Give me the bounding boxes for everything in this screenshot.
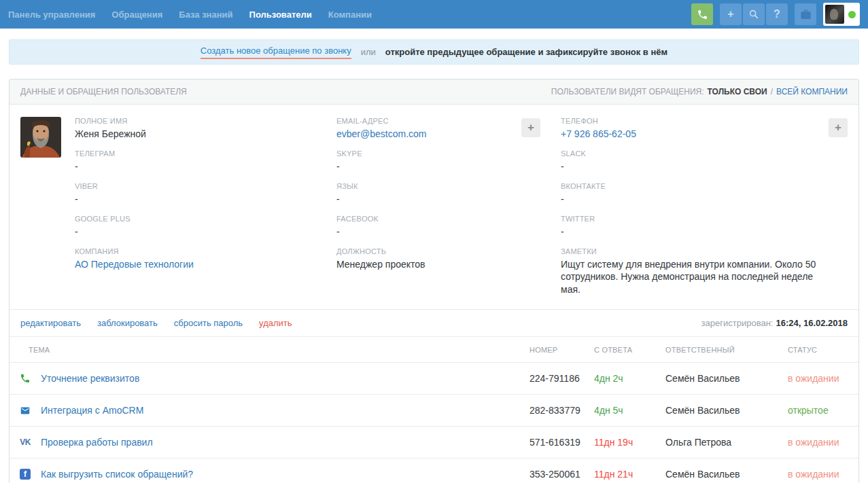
vkontakte-label: ВКОНТАКТЕ bbox=[561, 182, 819, 190]
notes-label: ЗАМЕТКИ bbox=[561, 247, 819, 255]
profile-column-1: ПОЛНОЕ ИМЯЖеня Бережной ТЕЛЕГРАМ- VIBER-… bbox=[75, 117, 336, 305]
ticket-status: открытое bbox=[782, 395, 858, 427]
nav-menu: Панель управления Обращения База знаний … bbox=[8, 10, 372, 20]
skype-label: SKYPE bbox=[336, 149, 521, 158]
ticket-row[interactable]: Интеграция с AmoCRM 282-833779 4дн 5ч Се… bbox=[10, 395, 858, 427]
nav-item-knowledge-base[interactable]: База знаний bbox=[179, 10, 232, 20]
header-assignee: ОТВЕТСТВЕННЫЙ bbox=[660, 337, 782, 363]
ticket-number: 571-616319 bbox=[524, 427, 589, 459]
search-button[interactable] bbox=[743, 3, 765, 25]
full-name-label: ПОЛНОЕ ИМЯ bbox=[75, 117, 336, 125]
viber-label: VIBER bbox=[75, 182, 336, 190]
viber-value: - bbox=[75, 193, 336, 206]
search-icon bbox=[748, 9, 759, 20]
open-previous-ticket-text: откройте предыдущее обращение и зафиксир… bbox=[385, 47, 667, 57]
phone-call-button[interactable] bbox=[691, 3, 713, 25]
ticket-subject-link[interactable]: Интеграция с AmoCRM bbox=[41, 405, 143, 416]
ticket-assignee: Семён Васильев bbox=[660, 363, 782, 395]
header-since-reply: С ОТВЕТА bbox=[589, 337, 660, 363]
create-ticket-from-call-link[interactable]: Создать новое обращение по звонку bbox=[201, 46, 351, 59]
visibility-all-company-link[interactable]: ВСЕЙ КОМПАНИИ bbox=[776, 87, 848, 96]
add-contact-field-button[interactable]: + bbox=[521, 118, 540, 137]
language-value: - bbox=[336, 193, 521, 206]
user-actions-bar: редактировать заблокировать сбросить пар… bbox=[10, 309, 858, 336]
tickets-header-row: ТЕМА НОМЕР С ОТВЕТА ОТВЕТСТВЕННЫЙ СТАТУС bbox=[10, 337, 858, 363]
ticket-subject-link[interactable]: Проверка работы правил bbox=[41, 437, 153, 448]
toolbar-button-group: + ? bbox=[720, 3, 788, 25]
delete-user-link[interactable]: удалить bbox=[259, 318, 292, 328]
profile-column-2: EMAIL-АДРЕСevber@bestcom.com SKYPE- ЯЗЫК… bbox=[336, 117, 521, 305]
header-subject: ТЕМА bbox=[10, 337, 524, 363]
company-label: КОМПАНИЯ bbox=[75, 247, 336, 255]
telegram-label: ТЕЛЕГРАМ bbox=[75, 149, 336, 158]
or-text: или bbox=[361, 47, 376, 57]
user-data-card: ДАННЫЕ И ОБРАЩЕНИЯ ПОЛЬЗОВАТЕЛЯ ПОЛЬЗОВА… bbox=[9, 79, 859, 483]
facebook-channel-icon: f bbox=[19, 468, 31, 480]
card-header: ДАННЫЕ И ОБРАЩЕНИЯ ПОЛЬЗОВАТЕЛЯ ПОЛЬЗОВА… bbox=[10, 79, 858, 105]
ticket-since-reply: 11дн 19ч bbox=[589, 427, 660, 459]
briefcase-icon bbox=[800, 9, 812, 20]
tickets-table: ТЕМА НОМЕР С ОТВЕТА ОТВЕТСТВЕННЫЙ СТАТУС… bbox=[10, 336, 858, 483]
email-link[interactable]: evber@bestcom.com bbox=[336, 128, 521, 141]
language-label: ЯЗЫК bbox=[336, 182, 521, 190]
top-navbar: Панель управления Обращения База знаний … bbox=[0, 0, 868, 29]
edit-user-link[interactable]: редактировать bbox=[20, 318, 81, 328]
ticket-row[interactable]: Уточнение реквизитов 224-791186 4дн 2ч С… bbox=[10, 363, 858, 395]
phone-icon bbox=[697, 9, 708, 20]
ticket-number: 282-833779 bbox=[524, 395, 589, 427]
help-button[interactable]: ? bbox=[766, 3, 788, 25]
visibility-label: ПОЛЬЗОВАТЕЛИ ВИДЯТ ОБРАЩЕНИЯ: bbox=[551, 87, 704, 96]
visibility-setting: ПОЛЬЗОВАТЕЛИ ВИДЯТ ОБРАЩЕНИЯ: ТОЛЬКО СВО… bbox=[551, 87, 848, 96]
ticket-assignee: Семён Васильев bbox=[660, 459, 782, 483]
google-plus-value: - bbox=[75, 226, 336, 238]
user-profile: ПОЛНОЕ ИМЯЖеня Бережной ТЕЛЕГРАМ- VIBER-… bbox=[10, 105, 858, 309]
company-link[interactable]: АО Передовые технологии bbox=[75, 258, 336, 271]
ticket-subject-link[interactable]: Уточнение реквизитов bbox=[41, 373, 139, 384]
add-field-button[interactable]: + bbox=[829, 118, 848, 137]
ticket-since-reply: 4дн 2ч bbox=[589, 363, 660, 395]
nav-item-dashboard[interactable]: Панель управления bbox=[8, 10, 95, 20]
phone-link[interactable]: +7 926 865-62-05 bbox=[561, 128, 819, 141]
registered-label: зарегистрирован: bbox=[701, 318, 774, 328]
reset-password-link[interactable]: сбросить пароль bbox=[174, 318, 243, 328]
user-avatar bbox=[20, 117, 61, 158]
telegram-value: - bbox=[75, 160, 336, 173]
ticket-status: в ожидании bbox=[782, 427, 858, 459]
ticket-since-reply: 4дн 5ч bbox=[589, 395, 660, 427]
user-menu[interactable] bbox=[823, 3, 860, 26]
facebook-value: - bbox=[336, 226, 521, 238]
ticket-since-reply: 11дн 21ч bbox=[589, 459, 660, 483]
twitter-label: TWITTER bbox=[561, 215, 819, 223]
notes-value: Ищут систему для внедрения внутри компан… bbox=[561, 258, 819, 297]
plus-icon: + bbox=[835, 121, 841, 134]
header-status: СТАТУС bbox=[782, 337, 858, 363]
online-status-dot bbox=[848, 11, 856, 18]
ticket-row[interactable]: VK Проверка работы правил 571-616319 11д… bbox=[10, 427, 858, 459]
ticket-row[interactable]: f Как выгрузить список обращений? 353-25… bbox=[10, 459, 858, 483]
plus-icon: + bbox=[727, 8, 733, 20]
phone-label: ТЕЛЕФОН bbox=[561, 117, 819, 125]
profile-column-3: ТЕЛЕФОН+7 926 865-62-05 SLACK- ВКОНТАКТЕ… bbox=[561, 117, 819, 305]
nav-item-companies[interactable]: Компании bbox=[328, 10, 372, 20]
plus-icon: + bbox=[527, 121, 534, 134]
google-plus-label: GOOGLE PLUS bbox=[75, 215, 336, 223]
ticket-assignee: Ольга Петрова bbox=[660, 427, 782, 459]
position-value: Менеджер проектов bbox=[336, 258, 521, 271]
ticket-assignee: Семён Васильев bbox=[660, 395, 782, 427]
company-workspace-button[interactable] bbox=[795, 3, 816, 25]
block-user-link[interactable]: заблокировать bbox=[97, 318, 158, 328]
nav-item-users[interactable]: Пользователи bbox=[249, 10, 312, 20]
nav-item-tickets[interactable]: Обращения bbox=[111, 10, 162, 20]
question-icon: ? bbox=[774, 8, 780, 20]
add-button[interactable]: + bbox=[720, 3, 742, 25]
twitter-value: - bbox=[561, 226, 819, 238]
email-label: EMAIL-АДРЕС bbox=[336, 117, 521, 125]
ticket-number: 224-791186 bbox=[524, 363, 589, 395]
vk-channel-icon: VK bbox=[19, 436, 31, 448]
user-menu-avatar bbox=[825, 5, 844, 24]
vkontakte-value: - bbox=[561, 193, 819, 206]
header-number: НОМЕР bbox=[524, 337, 589, 363]
ticket-subject-link[interactable]: Как выгрузить список обращений? bbox=[41, 469, 193, 480]
email-channel-icon bbox=[19, 404, 31, 416]
slack-label: SLACK bbox=[561, 149, 819, 158]
